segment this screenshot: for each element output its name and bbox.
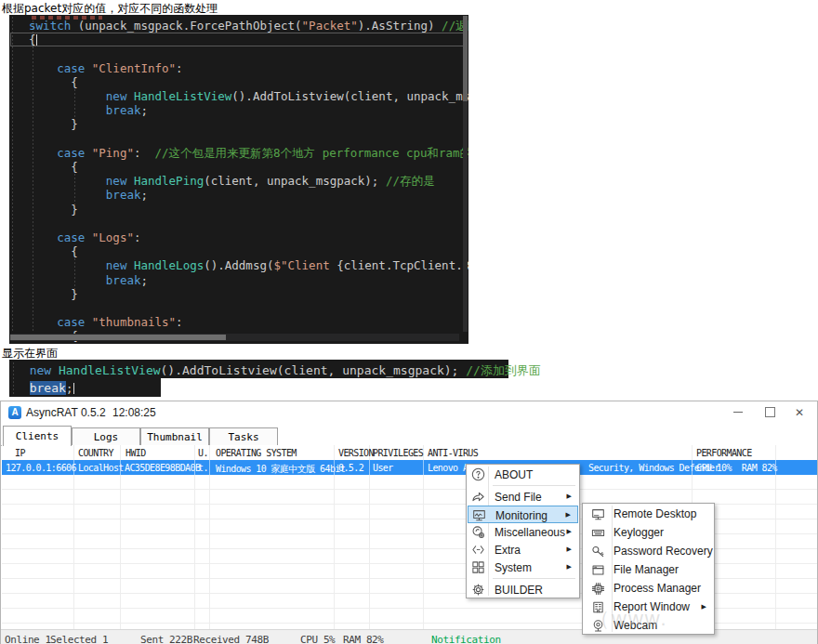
code-line: { [15, 160, 468, 174]
extra-icon [471, 543, 485, 557]
code-token: case [57, 230, 85, 244]
row-grid-line [775, 460, 776, 475]
code-token: HandlePing [134, 174, 204, 188]
title-bar: A AsyncRAT 0.5.2 12:08:25 ✕ [1, 401, 817, 425]
menu-item-label: Remote Desktop [614, 507, 696, 520]
code-token: HandleListView [134, 89, 231, 103]
column-header-anti-virus[interactable]: ANTI-VIRUS [428, 448, 478, 458]
text-cursor [36, 34, 37, 45]
code-token [15, 19, 29, 33]
miscellaneous-icon [471, 525, 485, 539]
code-token [85, 61, 92, 75]
column-header-u-[interactable]: U. [198, 448, 208, 458]
code-token: new [106, 89, 127, 103]
menu-item-file-manager[interactable]: File Manager [584, 560, 713, 579]
scrollbar-thumb[interactable] [463, 16, 468, 101]
menu-separator [493, 578, 575, 579]
code-token: "thumbnails" [92, 315, 176, 329]
code-token: : [134, 146, 155, 160]
watermark: （www. [589, 605, 668, 633]
menu-item-about[interactable]: ABOUT [468, 466, 578, 483]
code-token [15, 230, 57, 244]
menu-item-label: Process Manager [614, 582, 701, 595]
window-title: AsyncRAT 0.5.2 [26, 406, 106, 419]
row-grid-line [334, 460, 335, 475]
submenu-arrow-icon: ▶ [566, 511, 571, 519]
maximize-button[interactable] [758, 404, 782, 422]
send-file-icon [471, 490, 485, 504]
close-button[interactable]: ✕ [787, 404, 811, 422]
code-token: break [106, 273, 141, 287]
horizontal-scrollbar[interactable] [10, 334, 459, 341]
row-cell: CPU 10% RAM 82% [696, 463, 777, 473]
row-cell: AC35DE8E98BDA0B [125, 463, 200, 473]
menu-item-label: Send File [495, 491, 542, 504]
row-grid-line [423, 460, 424, 475]
menu-item-send-file[interactable]: Send File▶ [468, 488, 578, 506]
status-online-1: Online 1 [5, 634, 51, 644]
menu-item-builder[interactable]: BUILDER [468, 581, 578, 598]
menu-item-extra[interactable]: Extra▶ [468, 541, 578, 559]
listview-header: IPCOUNTRYHWIDU.OPERATING SYSTEMVERSIONPR… [2, 445, 817, 460]
tab-tasks[interactable]: Tasks [209, 427, 278, 445]
column-header-operating-system[interactable]: OPERATING SYSTEM [216, 448, 297, 458]
row-grid-line [369, 460, 370, 475]
tab-thumbnail[interactable]: Thumbnail [140, 427, 209, 445]
code-line: { [10, 33, 467, 46]
code-editor-screenshot-2[interactable]: new HandleListView().AddToListview(clien… [9, 360, 508, 397]
tab-logs[interactable]: Logs [72, 427, 140, 445]
file-manager-icon [591, 563, 605, 577]
submenu-arrow-icon: ▶ [702, 603, 706, 611]
system-icon [471, 560, 485, 574]
menu-item-remote-desktop[interactable]: Remote Desktop [584, 505, 713, 523]
row-cell: t. [198, 463, 208, 473]
menu-item-password-recovery[interactable]: Password Recovery [584, 542, 713, 560]
keylogger-icon [591, 526, 605, 540]
context-menu: ABOUTSend File▶Monitoring▶Miscellaneous▶… [466, 464, 580, 598]
clock: 12:08:25 [112, 406, 156, 419]
code-token: (client, unpack_msgpack); [204, 174, 386, 188]
menu-item-label: Password Recovery [614, 545, 713, 558]
menu-item-monitoring[interactable]: Monitoring▶ [468, 506, 578, 523]
question-circle-icon [471, 467, 485, 481]
menu-item-keylogger[interactable]: Keylogger [584, 523, 713, 542]
monitoring-icon [472, 508, 486, 522]
code-token: HandleLogs [134, 258, 204, 272]
submenu-arrow-icon: ▶ [567, 493, 572, 500]
menu-item-process-manager[interactable]: Process Manager [584, 579, 713, 598]
tab-clients[interactable]: Clients [3, 426, 72, 446]
vertical-scrollbar[interactable] [463, 16, 468, 332]
menu-item-miscellaneous[interactable]: Miscellaneous▶ [468, 523, 578, 541]
code-line: case "Logs": [15, 230, 468, 244]
code-editor-screenshot-1[interactable]: switch (unpack_msgpack.ForcePathObject("… [9, 15, 468, 344]
column-header-country[interactable]: COUNTRY [78, 448, 113, 458]
code-line: break; [15, 188, 468, 202]
row-cell: User [373, 463, 393, 473]
code-token [126, 258, 134, 272]
column-header-hwid[interactable]: HWID [125, 448, 146, 458]
row-grid-line [120, 460, 121, 475]
code-token: { [15, 75, 78, 89]
row-grid-line [194, 460, 195, 475]
column-header-privileges[interactable]: PRIVILEGES [373, 448, 423, 458]
code-token: ().AddToListview(client, unpack_msgpack)… [231, 89, 468, 103]
column-header-performance[interactable]: PERFORMANCE [696, 448, 752, 458]
minimize-button[interactable] [726, 404, 750, 422]
code-token [15, 273, 106, 287]
code-token: : [134, 230, 141, 244]
menu-separator [493, 485, 575, 486]
menu-item-label: BUILDER [495, 584, 543, 597]
menu-item-system[interactable]: System▶ [468, 559, 578, 576]
client-row[interactable]: 127.0.0.1:6606LocalHostAC35DE8E98BDA0Bt.… [2, 460, 817, 475]
column-header-ip[interactable]: IP [15, 448, 25, 458]
column-header-version[interactable]: VERSION [338, 448, 374, 458]
code-token [15, 188, 106, 202]
code-line: switch (unpack_msgpack.ForcePathObject("… [15, 19, 468, 33]
screenshot-root: 根据packet对应的值，对应不同的函数处理 switch (unpack_ms… [0, 0, 818, 644]
submenu-arrow-icon: ▶ [567, 563, 572, 571]
code-token: //添加到界面 [466, 363, 541, 377]
status-notification[interactable]: Notification [431, 634, 501, 644]
code-token [15, 174, 106, 188]
code-token [15, 381, 30, 395]
scrollbar-thumb[interactable] [10, 335, 226, 340]
